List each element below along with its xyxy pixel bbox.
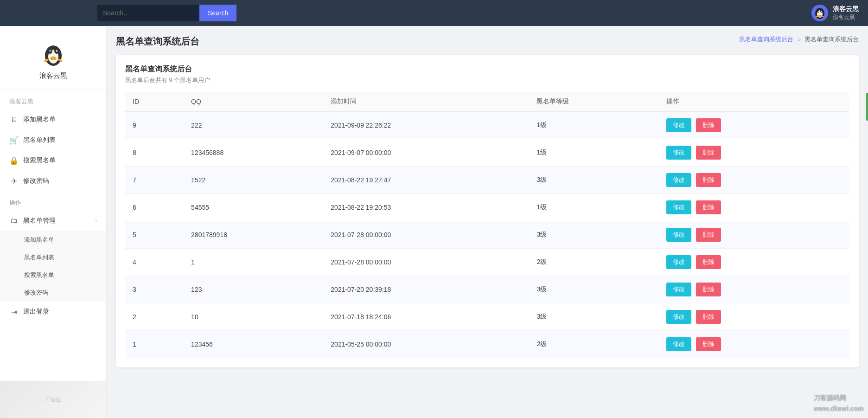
breadcrumb-separator: > xyxy=(797,36,801,43)
cell-id: 8 xyxy=(125,139,184,167)
table-row: 7 1522 2021-08-22 19:27:47 3级 修改 删除 xyxy=(125,167,849,194)
delete-button[interactable]: 删除 xyxy=(696,310,721,324)
sidebar-item-management[interactable]: 🗂 黑名单管理 › xyxy=(0,211,106,231)
cell-qq: 222 xyxy=(184,112,323,139)
delete-button[interactable]: 删除 xyxy=(696,200,721,214)
delete-button[interactable]: 删除 xyxy=(696,146,721,160)
breadcrumb: 黑名单查询系统后台 > 黑名单查询系统后台 xyxy=(739,35,859,44)
cell-id: 2 xyxy=(125,303,184,331)
edit-button[interactable]: 修改 xyxy=(666,310,691,324)
th-id: ID xyxy=(125,92,184,112)
table-row: 3 123 2021-07-20 20:39:18 3级 修改 删除 xyxy=(125,276,849,303)
cell-id: 9 xyxy=(125,112,184,139)
cell-qq: 1 xyxy=(184,249,323,276)
delete-button[interactable]: 删除 xyxy=(696,228,721,242)
sidebar-section1-label: 浪客云黑 xyxy=(0,90,106,109)
delete-button[interactable]: 删除 xyxy=(696,173,721,187)
edit-button[interactable]: 修改 xyxy=(666,118,691,132)
table-row: 4 1 2021-07-28 00:00:00 2级 修改 删除 xyxy=(125,249,849,276)
sidebar-item-add-blacklist-label: 添加黑名单 xyxy=(23,116,56,124)
cell-action: 修改 删除 xyxy=(659,249,849,276)
delete-button[interactable]: 删除 xyxy=(696,337,721,351)
svg-point-7 xyxy=(819,15,821,16)
sidebar-sub-search[interactable]: 搜索黑名单 xyxy=(0,266,106,284)
cell-action: 修改 删除 xyxy=(659,194,849,221)
edit-button[interactable]: 修改 xyxy=(666,283,691,296)
cell-qq: 10 xyxy=(184,303,323,331)
table-card-subtitle: 黑名单后台共有 9 个黑名单用户 xyxy=(125,76,849,84)
svg-point-17 xyxy=(57,51,57,51)
cell-level: 2级 xyxy=(529,331,659,358)
page-title: 黑名单查询系统后台 xyxy=(116,35,199,48)
cell-action: 修改 删除 xyxy=(659,139,849,167)
cell-qq: 1522 xyxy=(184,167,323,194)
svg-point-4 xyxy=(818,11,819,12)
sidebar-item-search-blacklist[interactable]: 🔒 搜索黑名单 xyxy=(0,150,106,171)
sidebar-item-change-password[interactable]: ✈ 修改密码 xyxy=(0,171,106,191)
cell-id: 6 xyxy=(125,194,184,221)
navbar-user: 浪客云黑 浪客云黑 xyxy=(811,5,859,21)
sidebar-item-change-password-label: 修改密码 xyxy=(23,177,49,185)
green-bar xyxy=(866,93,868,121)
cell-level: 3级 xyxy=(529,221,659,249)
cell-level: 3级 xyxy=(529,303,659,331)
sidebar-bottom-image: 广告位 xyxy=(0,381,106,418)
cell-action: 修改 删除 xyxy=(659,221,849,249)
sidebar-item-add-blacklist[interactable]: 🖥 添加黑名单 xyxy=(0,109,106,130)
monitor-icon: 🖥 xyxy=(9,115,19,124)
edit-button[interactable]: 修改 xyxy=(666,173,691,187)
cell-time: 2021-07-18 18:24:06 xyxy=(323,303,529,331)
cell-time: 2021-07-28 00:00:00 xyxy=(323,249,529,276)
edit-button[interactable]: 修改 xyxy=(666,337,691,351)
search-button[interactable]: Search xyxy=(199,5,236,21)
cell-action: 修改 删除 xyxy=(659,331,849,358)
edit-button[interactable]: 修改 xyxy=(666,255,691,269)
cell-qq: 123 xyxy=(184,276,323,303)
delete-button[interactable]: 删除 xyxy=(696,283,721,296)
sidebar-logout-label: 退出登录 xyxy=(23,308,49,316)
cell-id: 5 xyxy=(125,221,184,249)
cell-id: 1 xyxy=(125,331,184,358)
cell-time: 2021-09-07 00:00:00 xyxy=(323,139,529,167)
table-row: 1 123456 2021-05-25 00:00:00 2级 修改 删除 xyxy=(125,331,849,358)
edit-button[interactable]: 修改 xyxy=(666,228,691,242)
lock-icon: 🔒 xyxy=(9,156,19,165)
svg-point-5 xyxy=(821,11,822,12)
delete-button[interactable]: 删除 xyxy=(696,118,721,132)
cell-level: 1级 xyxy=(529,139,659,167)
edit-button[interactable]: 修改 xyxy=(666,200,691,214)
folder-icon: 🗂 xyxy=(9,216,19,225)
cell-qq: 2801789918 xyxy=(184,221,323,249)
user-name: 浪客云黑 xyxy=(833,5,859,13)
sidebar-sub-add[interactable]: 添加黑名单 xyxy=(0,231,106,249)
cell-id: 4 xyxy=(125,249,184,276)
cell-qq: 123456888 xyxy=(184,139,323,167)
sidebar-item-logout[interactable]: ⇥ 退出登录 xyxy=(0,302,106,322)
cell-level: 3级 xyxy=(529,276,659,303)
cell-id: 7 xyxy=(125,167,184,194)
cell-action: 修改 删除 xyxy=(659,167,849,194)
cart-icon: 🛒 xyxy=(9,135,19,145)
navbar-search-area: Search xyxy=(97,5,236,21)
delete-button[interactable]: 删除 xyxy=(696,255,721,269)
breadcrumb-link1[interactable]: 黑名单查询系统后台 xyxy=(739,35,793,44)
sidebar-sub-list[interactable]: 黑名单列表 xyxy=(0,249,106,266)
search-input[interactable] xyxy=(97,5,199,21)
sidebar-item-blacklist-list[interactable]: 🛒 黑名单列表 xyxy=(0,130,106,150)
avatar xyxy=(811,5,828,21)
cell-time: 2021-08-22 19:27:47 xyxy=(323,167,529,194)
send-icon: ✈ xyxy=(9,176,19,186)
sidebar-penguin-icon xyxy=(39,40,67,68)
sidebar-sub-password[interactable]: 修改密码 xyxy=(0,284,106,302)
page-header: 黑名单查询系统后台 黑名单查询系统后台 > 黑名单查询系统后台 xyxy=(116,35,859,48)
sidebar-section2-label: 操作 xyxy=(0,191,106,211)
cell-level: 2级 xyxy=(529,249,659,276)
cell-qq: 123456 xyxy=(184,331,323,358)
sidebar-item-search-blacklist-label: 搜索黑名单 xyxy=(23,156,56,165)
table-card-title: 黑名单查询系统后台 xyxy=(125,64,849,74)
edit-button[interactable]: 修改 xyxy=(666,146,691,160)
th-time: 添加时间 xyxy=(323,92,529,112)
table-row: 6 54555 2021-08-22 19:20:53 1级 修改 删除 xyxy=(125,194,849,221)
table-card: 黑名单查询系统后台 黑名单后台共有 9 个黑名单用户 ID QQ 添加时间 黑名… xyxy=(116,55,859,367)
user-sub: 浪客云黑 xyxy=(833,13,859,21)
